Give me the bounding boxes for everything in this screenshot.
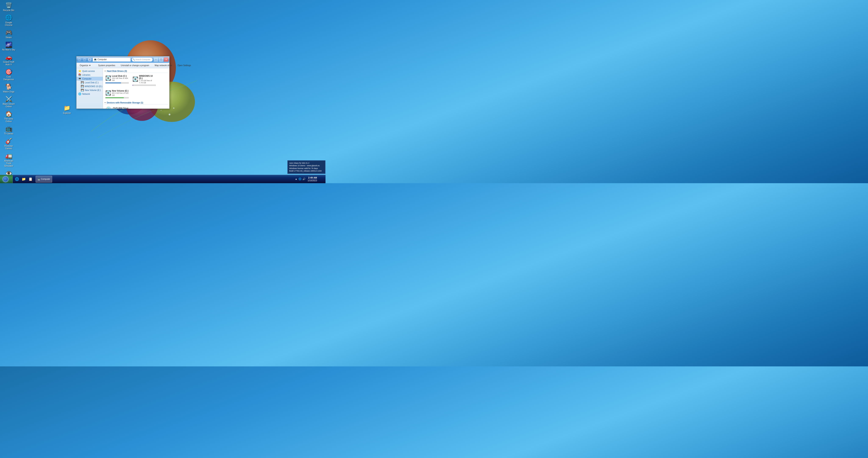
svg-point-6 bbox=[173, 108, 175, 109]
drive-windows10-d[interactable]: 💽 WINDOWS 10 (D:) 7.79 GB free of 7.79 G… bbox=[131, 74, 157, 87]
dvd-drive-name: DVD RW Drive (F:) bbox=[113, 107, 129, 109]
drive-d-name: WINDOWS 10 (D:) bbox=[139, 75, 156, 80]
removable-expand-icon: ▼ bbox=[104, 102, 106, 104]
map-drive-button[interactable]: Map network drive bbox=[153, 63, 174, 68]
tray-arrow-icon[interactable]: ▲ bbox=[295, 177, 298, 180]
drive-d-icon: 💽 bbox=[132, 77, 138, 82]
notification-line3: Windows license valid for 76 days bbox=[289, 167, 323, 170]
desktop-icon-cold-dangerous[interactable]: 🎯 Cold Dangerous bbox=[1, 68, 16, 82]
drive-d-bar-container bbox=[132, 85, 156, 86]
system-properties-button[interactable]: System properties bbox=[96, 63, 117, 68]
dvd-drive-item[interactable]: 💿 DVD RW Drive (F:) bbox=[104, 105, 130, 109]
taskbar-computer-item[interactable]: 💻 Computer bbox=[36, 176, 52, 182]
sidebar-item-computer[interactable]: 💻 Computer bbox=[76, 77, 103, 81]
address-text: Computer bbox=[97, 58, 107, 61]
desktop-icon-recycle-bin[interactable]: 🗑️ Recycle Bin bbox=[1, 1, 16, 12]
desktop-icon-sims-online[interactable]: 🏠 The Sims Online bbox=[1, 110, 16, 124]
gta5-label: Grand Theft Auto V bbox=[2, 61, 16, 66]
hdd-expand-icon: ▼ bbox=[104, 70, 106, 72]
sims-online-label: The Sims Online bbox=[2, 118, 16, 123]
taskbar-extra-btn[interactable]: 📋 bbox=[28, 176, 33, 182]
recycle-bin-icon: 🗑️ bbox=[5, 2, 12, 9]
title-bar: ← → ⇧ 💻 Computer 🔍 Search Computer − ☐ ✕ bbox=[76, 56, 169, 63]
local-disk-icon: 💾 bbox=[81, 81, 84, 84]
desktop-icon-rockstar[interactable]: 🎸 Rockstar Games bbox=[1, 137, 16, 151]
desktop-icons: 🗑️ Recycle Bin 🌐 Google Chrome 🎮 Steam 🌌… bbox=[1, 1, 16, 183]
taskbar-items: 💻 Computer bbox=[35, 175, 293, 183]
tray-volume-icon[interactable]: 🔊 bbox=[302, 177, 306, 180]
toolbar: Organize ▼ System properties Uninstall o… bbox=[76, 63, 169, 68]
drive-local-disk-c[interactable]: 💽 Local Disk (C:) 150 GB free of 464 GB bbox=[104, 74, 130, 87]
removable-storage-header[interactable]: ▼ Devices with Removable Storage (1) bbox=[104, 101, 168, 105]
black-desert-label: Black Desert Online bbox=[2, 103, 16, 108]
start-orb-icon bbox=[3, 176, 8, 182]
clock-display[interactable]: 2:49 AM 1/10/2023 bbox=[308, 176, 317, 182]
desktop-icon-watch-dogs[interactable]: 🐕 Watch Dogs bbox=[1, 83, 16, 94]
removable-section-label: Devices with Removable Storage (1) bbox=[107, 102, 143, 104]
search-icon: 🔍 bbox=[133, 59, 135, 61]
sidebar-computer-label: Computer bbox=[82, 78, 92, 80]
drive-e-bar bbox=[105, 97, 124, 98]
watch-dogs-label: Watch Dogs bbox=[3, 90, 14, 93]
tray-network-icon[interactable]: 🌐 bbox=[299, 177, 302, 180]
show-desktop-btn[interactable] bbox=[318, 177, 324, 180]
sidebar-item-quick-access[interactable]: ⭐ Quick access bbox=[76, 69, 103, 73]
desktop-explorer-shortcut[interactable]: 📁 Explorer bbox=[59, 104, 74, 115]
desktop-icon-no-mans-sky[interactable]: 🌌 No Man's Sky bbox=[1, 40, 16, 52]
american-truck-label: American Truck Simulator bbox=[2, 160, 16, 167]
uninstall-button[interactable]: Uninstall or change a program bbox=[119, 63, 151, 68]
desktop-icon-black-desert[interactable]: ⚔️ Black Desert Online bbox=[1, 95, 16, 109]
maximize-button[interactable]: ☐ bbox=[159, 57, 163, 62]
title-bar-left: ← → ⇧ 💻 Computer 🔍 Search Computer bbox=[78, 57, 153, 62]
taskbar-tray: ▲ 🌐 🔊 2:49 AM 1/10/2023 bbox=[293, 176, 326, 182]
minimize-button[interactable]: − bbox=[154, 57, 158, 62]
steam-icon: 🎮 bbox=[5, 29, 12, 36]
american-truck-icon: 🚛 bbox=[5, 152, 12, 159]
desktop-icon-american-truck[interactable]: 🚛 American Truck Simulator bbox=[1, 152, 16, 168]
hdd-section-label: Hard Disk Drives (3) bbox=[107, 70, 127, 72]
sidebar-item-network[interactable]: 🌐 Network bbox=[76, 92, 103, 96]
drive-new-volume-e[interactable]: 💽 New Volume (E:) 98.5 GB free of 500 GB bbox=[104, 89, 130, 99]
explorer-window: ← → ⇧ 💻 Computer 🔍 Search Computer − ☐ ✕… bbox=[76, 56, 169, 109]
hard-disk-drives-header[interactable]: ▼ Hard Disk Drives (3) bbox=[104, 69, 168, 73]
back-button[interactable]: ← bbox=[78, 57, 82, 62]
sidebar-quick-access-label: Quick access bbox=[82, 70, 95, 72]
drive-c-bar bbox=[105, 83, 121, 83]
libraries-icon: 📚 bbox=[78, 74, 82, 76]
hard-disk-drives-grid: 💽 Local Disk (C:) 150 GB free of 464 GB … bbox=[104, 74, 168, 99]
drive-d-size: 7.79 GB free of 7.79 GB bbox=[139, 80, 156, 84]
up-button[interactable]: ⇧ bbox=[88, 57, 92, 62]
sidebar-item-windows10-d[interactable]: 💾 WINDOWS 10 (D:) bbox=[76, 84, 103, 88]
desktop-icon-gta5[interactable]: 🚗 Grand Theft Auto V bbox=[1, 53, 16, 67]
address-bar[interactable]: 💻 Computer bbox=[93, 57, 131, 62]
forward-button[interactable]: → bbox=[83, 57, 87, 62]
tray-icons: ▲ 🌐 🔊 bbox=[295, 177, 306, 180]
open-settings-button[interactable]: Open Settings bbox=[176, 63, 193, 68]
sidebar-item-local-disk[interactable]: 💾 Local Disk (C:) bbox=[76, 81, 103, 84]
win-notification: Aero Glass for Win 8.1+ Windows 10 Demo … bbox=[287, 160, 326, 174]
quick-access-icon: ⭐ bbox=[78, 69, 82, 73]
windows10-d-icon: 💾 bbox=[81, 85, 84, 88]
close-button[interactable]: ✕ bbox=[164, 57, 168, 62]
sidebar-item-libraries[interactable]: 📚 Libraries bbox=[76, 73, 103, 77]
organize-button[interactable]: Organize ▼ bbox=[78, 63, 93, 68]
explorer-shortcut-label: Explorer bbox=[63, 112, 71, 114]
taskbar-chrome-btn[interactable]: 🌐 bbox=[14, 176, 20, 182]
drive-e-top: 💽 New Volume (E:) 98.5 GB free of 500 GB bbox=[105, 90, 129, 96]
rockstar-icon: 🎸 bbox=[5, 138, 12, 144]
desktop-icon-tv-series[interactable]: 📺 TV Series bbox=[1, 124, 16, 136]
sims-online-icon: 🏠 bbox=[5, 111, 12, 117]
clock-time: 2:49 AM bbox=[308, 176, 317, 179]
desktop-icon-google-chrome[interactable]: 🌐 Google Chrome bbox=[1, 13, 16, 27]
drive-d-bar bbox=[133, 85, 133, 86]
taskbar-computer-label: Computer bbox=[41, 178, 50, 180]
search-bar[interactable]: 🔍 Search Computer bbox=[132, 57, 153, 62]
taskbar-explorer-btn[interactable]: 📁 bbox=[21, 176, 27, 182]
start-button[interactable] bbox=[0, 175, 13, 183]
desktop-icon-steam[interactable]: 🎮 Steam bbox=[1, 28, 16, 40]
sidebar-item-new-volume-e[interactable]: 💾 New Volume (E:) bbox=[76, 88, 103, 92]
window-controls: − ☐ ✕ bbox=[154, 57, 168, 62]
sidebar: ⭐ Quick access 📚 Libraries 💻 Computer 💾 … bbox=[76, 68, 103, 109]
drive-c-size: 150 GB free of 464 GB bbox=[112, 77, 129, 81]
cold-dangerous-icon: 🎯 bbox=[5, 68, 12, 75]
